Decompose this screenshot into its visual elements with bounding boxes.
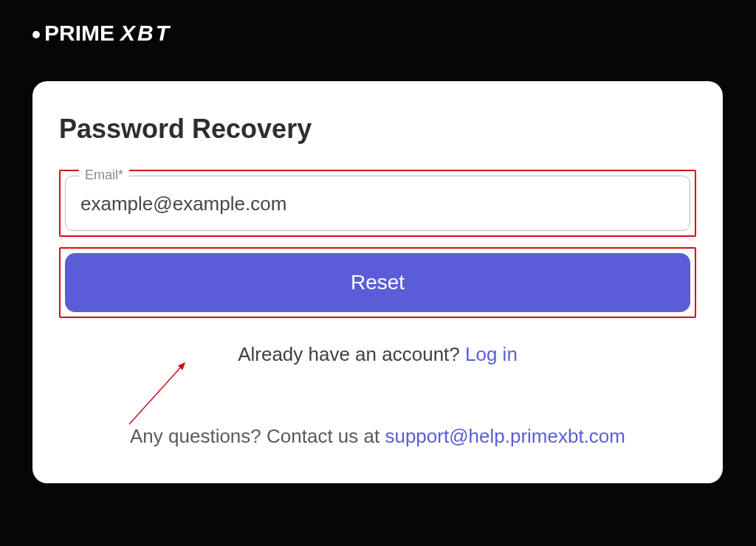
already-have-account-text: Already have an account? Log in [59,343,696,366]
logo-text-xbt: XBT [120,21,171,46]
reset-button[interactable]: Reset [65,253,690,312]
logo-dot-icon [32,31,40,38]
email-highlight-box: Email* [59,170,696,237]
brand-logo: PRIME XBT [32,21,171,46]
email-label: Email* [79,167,129,183]
support-email-link[interactable]: support@help.primexbt.com [385,425,625,447]
support-contact-text: Any questions? Contact us at support@hel… [59,425,696,448]
reset-highlight-box: Reset [59,247,696,318]
questions-text: Any questions? Contact us at [130,425,385,447]
page-title: Password Recovery [59,114,696,145]
logo-text-prime: PRIME [44,21,114,46]
password-recovery-card: Password Recovery Email* Reset Already h… [32,81,723,483]
email-fieldset: Email* [65,176,690,231]
login-link[interactable]: Log in [465,343,518,365]
already-text: Already have an account? [238,343,465,365]
email-field[interactable] [80,193,675,215]
